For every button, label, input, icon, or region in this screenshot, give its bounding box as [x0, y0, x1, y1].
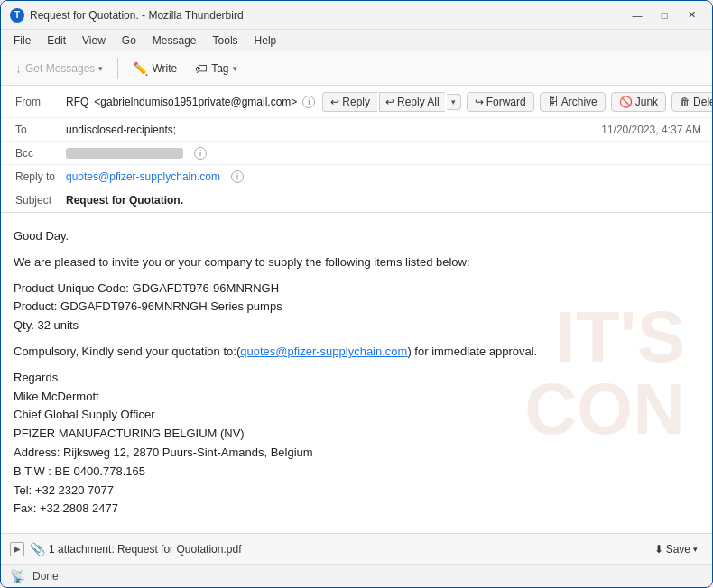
status-text: Done — [32, 570, 59, 583]
body-cta-prefix: Compulsory, Kindly send your quotation t… — [14, 345, 240, 358]
junk-icon: 🚫 — [619, 96, 633, 108]
email-body: IT'SCON Good Day. We are pleased to invi… — [1, 213, 712, 533]
reply-button[interactable]: ↩ Reply — [322, 92, 377, 112]
body-fax: Fax: +32 2808 2477 — [14, 501, 118, 515]
subject-row: Subject Request for Quotation. — [1, 188, 712, 212]
to-label: To — [8, 124, 60, 136]
from-row: From RFQ <gabrielndumiso1951private@gmai… — [1, 86, 712, 118]
tag-label: Tag — [211, 62, 228, 75]
email-date: 11/20/2023, 4:37 AM — [601, 124, 712, 136]
close-button[interactable]: ✕ — [680, 6, 703, 24]
replyto-info-icon[interactable]: i — [231, 170, 244, 183]
tag-arrow: ▾ — [233, 64, 237, 73]
body-tel: Tel: +32 2320 7077 — [14, 483, 114, 497]
tag-button[interactable]: 🏷 Tag ▾ — [188, 58, 244, 79]
menu-tools[interactable]: Tools — [206, 32, 245, 49]
body-qty: Qty. 32 units — [14, 318, 79, 332]
replyto-value: quotes@pfizer-supplychain.com — [66, 170, 220, 183]
reply-label: Reply — [342, 96, 370, 108]
minimize-button[interactable]: — — [625, 6, 649, 24]
body-product-code: Product Unique Code: GDGAFDT976-96MNRNGH — [14, 281, 279, 295]
delete-button[interactable]: 🗑 Delete — [671, 92, 713, 112]
window-title: Request for Quotation. - Mozilla Thunder… — [30, 9, 625, 22]
from-label: From — [8, 96, 60, 108]
reply-all-dropdown[interactable]: ▾ — [447, 94, 461, 110]
get-messages-arrow: ▾ — [98, 64, 103, 73]
subject-label: Subject — [8, 194, 60, 207]
forward-label: Forward — [486, 96, 526, 108]
attachment-save-button[interactable]: ⬇ Save ▾ — [649, 541, 703, 557]
replyto-row: Reply to quotes@pfizer-supplychain.com i — [1, 165, 712, 188]
reply-all-label: Reply All — [397, 96, 440, 108]
save-label: Save — [666, 543, 690, 556]
toolbar-separator-1 — [117, 58, 118, 79]
attachment-icon: 📎 — [30, 542, 45, 556]
body-company: PFIZER MANUFACTURING BELGIUM (NV) — [14, 427, 245, 440]
junk-button[interactable]: 🚫 Junk — [611, 92, 666, 112]
get-messages-label: Get Messages — [25, 62, 95, 75]
forward-button[interactable]: ↪ Forward — [467, 92, 534, 112]
maximize-button[interactable]: □ — [653, 6, 676, 24]
reply-icon: ↩ — [330, 96, 339, 108]
get-messages-icon: ↓ — [15, 61, 22, 76]
to-row: To undisclosed-recipients; 11/20/2023, 4… — [1, 118, 712, 142]
body-cta-suffix: ) for immediate approval. — [407, 345, 537, 358]
body-name: Mike McDermott — [14, 390, 99, 403]
save-icon: ⬇ — [654, 543, 663, 556]
from-info-icon[interactable]: i — [302, 96, 315, 108]
archive-button[interactable]: 🗄 Archive — [540, 92, 606, 112]
reply-all-icon: ↩ — [385, 96, 394, 108]
attachment-toggle[interactable]: ▶ — [10, 542, 24, 556]
menu-help[interactable]: Help — [247, 32, 284, 49]
body-product-name: Product: GDGAFDT976-96MNRNGH Series pump… — [14, 299, 282, 313]
menu-view[interactable]: View — [75, 32, 113, 49]
bcc-value-blurred — [66, 148, 183, 159]
save-arrow: ▾ — [693, 545, 698, 554]
bcc-info-icon[interactable]: i — [194, 147, 207, 160]
body-intro: We are pleased to invite you or your com… — [14, 253, 699, 272]
bcc-row: Bcc i — [1, 142, 712, 165]
delete-icon: 🗑 — [680, 96, 690, 108]
tag-icon: 🏷 — [195, 61, 208, 76]
replyto-label: Reply to — [8, 170, 60, 183]
status-bar: 📡 Done — [1, 564, 712, 587]
app-icon: T — [10, 8, 24, 23]
wifi-icon: 📡 — [10, 569, 25, 583]
write-label: Write — [152, 62, 177, 75]
body-greeting: Good Day. — [14, 227, 699, 246]
reply-all-button[interactable]: ↩ Reply All — [379, 92, 445, 112]
body-address: Address: Rijksweg 12, 2870 Puurs-Sint-Am… — [14, 446, 313, 459]
menu-bar: File Edit View Go Message Tools Help — [1, 30, 712, 51]
toolbar: ↓ Get Messages ▾ ✏️ Write 🏷 Tag ▾ — [1, 51, 712, 86]
write-button[interactable]: ✏️ Write — [125, 58, 184, 79]
menu-file[interactable]: File — [6, 32, 38, 49]
body-cta-email[interactable]: quotes@pfizer-supplychain.com — [240, 345, 407, 358]
delete-label: Delete — [693, 96, 713, 108]
menu-edit[interactable]: Edit — [40, 32, 73, 49]
body-btw: B.T.W : BE 0400.778.165 — [14, 464, 145, 478]
from-name: RFQ — [66, 96, 88, 108]
to-value: undisclosed-recipients; — [66, 124, 176, 136]
body-title: Chief Global Supply Officer — [14, 408, 155, 421]
body-regards: Regards — [14, 371, 58, 384]
archive-label: Archive — [561, 96, 597, 108]
from-email: <gabrielndumiso1951private@gmail.com> — [94, 96, 297, 108]
write-icon: ✏️ — [133, 61, 148, 76]
menu-message[interactable]: Message — [145, 32, 204, 49]
junk-label: Junk — [635, 96, 658, 108]
attachment-bar: ▶ 📎 1 attachment: Request for Quotation.… — [1, 533, 712, 564]
bcc-label: Bcc — [8, 147, 60, 160]
get-messages-button[interactable]: ↓ Get Messages ▾ — [8, 58, 110, 79]
archive-icon: 🗄 — [548, 96, 559, 108]
menu-go[interactable]: Go — [115, 32, 144, 49]
attachment-text: 1 attachment: Request for Quotation.pdf — [49, 543, 241, 556]
forward-icon: ↪ — [475, 96, 484, 108]
email-header: From RFQ <gabrielndumiso1951private@gmai… — [1, 86, 712, 213]
subject-value: Request for Quotation. — [66, 194, 183, 207]
body-content: Good Day. We are pleased to invite you o… — [14, 227, 699, 519]
